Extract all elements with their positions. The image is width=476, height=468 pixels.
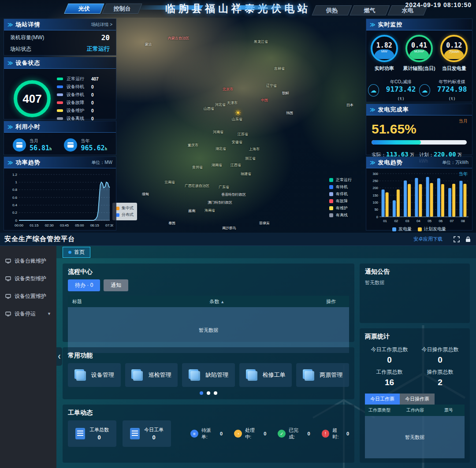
panel-title: 功率趋势 [16,159,92,167]
ticket-stat-今日操作票总数: 今日操作票总数0 [416,346,465,365]
station-detail-link[interactable]: 场站详情 > [91,22,112,28]
work-order-card-工单总数[interactable]: 工单总数0 [68,420,116,447]
panel-generation-trend: ≫ 发电趋势 单位：万kWh 当年 0501001502002503000102… [366,156,472,230]
map-legend-item: 有待机 [329,184,352,190]
panel-arrow-icon: ≫ [370,22,376,28]
gauge-累计辐照(当日): 0.41MJ/m² 累计辐照(当日) [403,35,435,72]
solar-dashboard: 蒙古内蒙古自治区黑龙江省吉林省辽宁省朝鲜中国韩国日本北京市天津市河北省山西省山东… [0,0,476,233]
solar-header: 临朐县福山祥泰光伏电站 光伏控制台 供热燃气水电 2024-09-19 08:1… [0,0,476,18]
alarm-icon: ! [322,430,330,438]
svg-text:08: 08 [461,219,465,223]
table-header-条数: 条数 ▲ [147,298,287,305]
panel-header: ≫ 利用小时 [4,121,116,133]
document-icon [130,428,140,439]
work-order-card-今日工单[interactable]: 今日工单0 [123,420,171,447]
lock-icon[interactable] [465,236,472,243]
panel-station-detail: ≫ 场站详情 场站详情 > 装机容量(MW)20场站状态正常运行 [4,19,116,56]
header-tab-供热[interactable]: 供热 [312,5,352,15]
android-download-link[interactable]: 安卓应用下载 [413,236,443,242]
carousel-dot[interactable] [207,391,210,395]
device-icon [5,293,11,299]
chart-unit: 单位：万kWh [442,160,469,166]
quick-function-两票管理[interactable]: 两票管理 [296,363,349,387]
env-stat: ☁ 年CO₂减排9173.42 (t) [368,79,419,102]
completion-percent: 51.65% [366,115,472,138]
panel-title: 利用小时 [16,123,112,131]
tab-home[interactable]: 首页 [63,247,90,258]
svg-text:200: 200 [372,186,378,190]
sort-icon: ▲ [220,300,224,304]
svg-text:250: 250 [372,179,378,183]
sidebar-item-设备停运[interactable]: 设备停运▼ [0,305,56,323]
sidebar-item-设备台账维护[interactable]: 设备台账维护 [0,252,56,270]
panel-header: ≫ 发电趋势 单位：万kWh [366,157,472,168]
carousel-dot[interactable] [214,391,217,395]
svg-text:07:30: 07:30 [105,223,113,227]
utilization-item: 当月56.81h [13,138,52,152]
sidebar-collapse-handle[interactable]: ❮ [56,347,62,366]
clock-icon: ◔ [234,430,242,438]
svg-text:0: 0 [15,219,18,223]
document-icon [75,428,85,439]
ticket-tab-今日操作票[interactable]: 今日操作票 [400,394,435,405]
device-icon [5,276,11,282]
dist-legend-item: 集中式 [116,205,134,211]
panel-arrow-icon: ≫ [7,160,13,166]
quick-function-巡检管理[interactable]: 巡检管理 [125,363,178,387]
sidebar-item-设备类型维护[interactable]: 设备类型维护 [0,270,56,287]
module-3d-icon [74,369,86,381]
header-tab-燃气[interactable]: 燃气 [350,5,390,15]
svg-text:1.2: 1.2 [12,173,18,177]
svg-text:300: 300 [372,172,378,176]
panel-utilization: ≫ 利用小时 当月56.81h 当年965.62h [4,121,116,155]
quick-function-检修工单[interactable]: 检修工单 [239,363,292,387]
power-trend-chart[interactable]: 00.20.40.60.811.200:0001:1502:3003:4505:… [4,168,116,233]
svg-text:03: 03 [405,219,409,223]
generation-trend-chart[interactable]: 0501001502002503000102030405060708 [366,168,472,226]
process-button-待办 · 0[interactable]: 待办 · 0 [68,279,100,291]
panel-completion: ≫ 发电完成率 当月 51.65% 实际：113.63 万kWh 计划：220.… [366,104,472,155]
fullscreen-icon[interactable] [453,236,460,243]
ticket-tab-今日工作票[interactable]: 今日工作票 [365,394,400,405]
tabstrip: 首页 [56,246,476,258]
ticket-stat-工作票总数: 工作票总数16 [365,368,414,387]
svg-text:50: 50 [375,208,378,212]
quick-function-缺陷管理[interactable]: 缺陷管理 [182,363,235,387]
device-legend-item: 正常运行407 [57,76,112,82]
map-legend-item: 有故障 [329,198,352,204]
completion-badge: 当月 [459,118,468,124]
device-total-ring: 407 [14,80,51,117]
legend-item-发电量: 发电量 [392,226,412,232]
process-center-title: 流程中心 [68,268,349,276]
quick-functions-title: 常用功能 [68,352,349,360]
doc-icon: ≡ [190,430,198,438]
device-total: 407 [22,92,41,106]
svg-text:03:45: 03:45 [60,223,69,227]
svg-text:05:00: 05:00 [75,223,84,227]
panel-header: ≫ 功率趋势 单位：MW [4,157,116,168]
sun-marker-icon[interactable]: ☀ [234,108,241,118]
card-process-center: 流程中心 待办 · 0通知 标题条数 ▲操作 暂无数据 [63,264,354,342]
sidebar-item-设备位置维护[interactable]: 设备位置维护 [0,287,56,305]
title-decoration-right [237,5,306,10]
card-notice: 通知公告 暂无数据 [360,264,470,323]
map-device-legend: 正常运行有待机有停机有故障有维护有离线 [329,176,352,219]
svg-text:100: 100 [372,201,378,204]
carousel-dot[interactable] [200,391,203,395]
platform-title: 安全生产综合管控平台 [4,235,413,243]
header-tab-控制台[interactable]: 控制台 [102,4,142,14]
completion-progressbar [372,140,467,145]
svg-text:1: 1 [15,180,18,184]
gauge-实时功率: 1.82MW 实时功率 [371,35,398,72]
panel-header: ≫ 实时监控 [366,19,472,30]
process-button-通知[interactable]: 通知 [104,279,128,291]
svg-text:02:30: 02:30 [45,223,54,227]
process-table-empty: 暂无数据 [68,307,349,353]
quick-function-设备管理[interactable]: 设备管理 [68,363,121,387]
header-tab-光伏[interactable]: 光伏 [64,4,104,14]
svg-text:05: 05 [428,219,431,223]
module-3d-icon [189,369,200,381]
device-icon [5,311,11,317]
panel-title: 发电趋势 [378,159,442,167]
panel-title: 设备状态 [16,59,112,67]
